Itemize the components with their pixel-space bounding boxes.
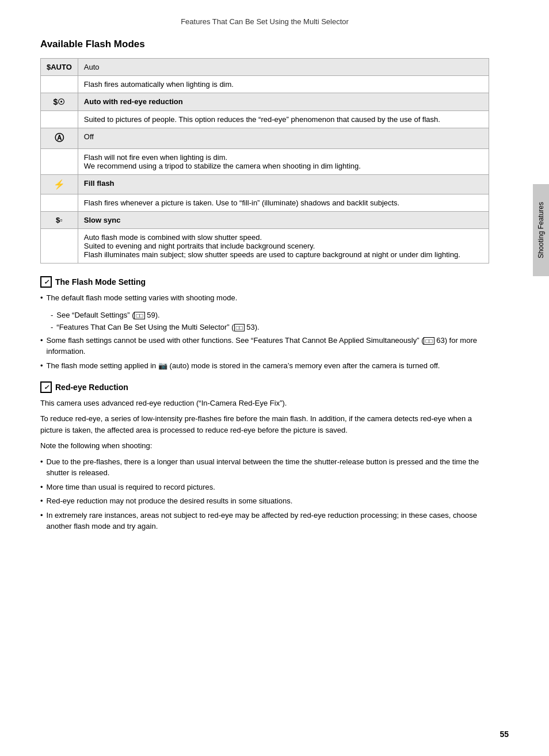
sidebar-label: Shooting Features: [533, 184, 549, 276]
page-header: Features That Can Be Set Using the Multi…: [40, 17, 489, 28]
list-item: - See “Default Settings” (□□ 59).: [51, 310, 489, 321]
header-text: Features That Can Be Set Using the Multi…: [181, 17, 349, 26]
flash-modes-table: $AUTO Auto Flash fires automatically whe…: [40, 58, 489, 264]
bullet-text: In extremely rare instances, areas not s…: [47, 510, 489, 532]
sub-item-text: See “Default Settings” (□□ 59).: [56, 310, 159, 321]
list-item: • In extremely rare instances, areas not…: [40, 510, 489, 532]
page-number: 55: [500, 730, 509, 739]
red-eye-reduction-section: ✓ Red-eye Reduction This camera uses adv…: [40, 381, 489, 532]
bullet-text: The flash mode setting applied in 📷 (aut…: [47, 360, 440, 372]
red-eye-intro1: This camera uses advanced red-eye reduct…: [40, 398, 489, 409]
sub-item-text: “Features That Can Be Set Using the Mult…: [56, 322, 259, 333]
flash-label-redeye: Auto with red-eye reduction: [78, 93, 489, 111]
flash-label-slow: Slow sync: [78, 212, 489, 229]
table-row: Flash fires whenever a picture is taken.…: [41, 194, 489, 212]
flash-mode-heading: ✓ The Flash Mode Setting: [40, 276, 489, 288]
bullet-text: More time than usual is required to reco…: [47, 482, 215, 493]
flash-icon-auto: $AUTO: [41, 59, 78, 76]
bullet-text: Red-eye reduction may not produce the de…: [47, 495, 293, 507]
table-row: $☉ Auto with red-eye reduction: [41, 93, 489, 111]
flash-mode-bullets: • The default flash mode setting varies …: [40, 292, 489, 304]
table-row: $▫ Slow sync: [41, 212, 489, 229]
table-row: ⚡ Fill flash: [41, 175, 489, 194]
flash-mode-setting-section: ✓ The Flash Mode Setting • The default f…: [40, 276, 489, 371]
red-eye-note-label: Note the following when shooting:: [40, 440, 489, 452]
flash-desc-redeye: Suited to pictures of people. This optio…: [78, 111, 489, 128]
flash-mode-sub-list: - See “Default Settings” (□□ 59). - “Fea…: [51, 310, 489, 333]
table-row: Flash fires automatically when lighting …: [41, 76, 489, 93]
red-eye-title: Red-eye Reduction: [55, 383, 128, 392]
section-title: Available Flash Modes: [40, 39, 489, 50]
red-eye-intro2: To reduce red-eye, a series of low-inten…: [40, 413, 489, 436]
page-content: Features That Can Be Set Using the Multi…: [0, 0, 529, 566]
list-item: • The flash mode setting applied in 📷 (a…: [40, 360, 489, 372]
list-item: - “Features That Can Be Set Using the Mu…: [51, 322, 489, 333]
flash-desc-auto: Flash fires automatically when lighting …: [78, 76, 489, 93]
flash-label-off: Off: [78, 128, 489, 149]
table-row: $AUTO Auto: [41, 59, 489, 76]
flash-icon-off: Ⓐ: [41, 128, 78, 149]
note-icon-flash: ✓: [40, 276, 52, 288]
flash-desc-fill: Flash fires whenever a picture is taken.…: [78, 194, 489, 212]
flash-desc-slow: Auto flash mode is combined with slow sh…: [78, 229, 489, 264]
bullet-text: The default flash mode setting varies wi…: [47, 292, 238, 304]
flash-mode-bullets-2: • Some flash settings cannot be used wit…: [40, 335, 489, 372]
bullet-text: Some flash settings cannot be used with …: [47, 335, 489, 357]
list-item: • Due to the pre-flashes, there is a lon…: [40, 456, 489, 479]
list-item: • Red-eye reduction may not produce the …: [40, 495, 489, 507]
red-eye-bullets: • Due to the pre-flashes, there is a lon…: [40, 456, 489, 532]
flash-icon-slow: $▫: [41, 212, 78, 229]
list-item: • More time than usual is required to re…: [40, 482, 489, 493]
sidebar-label-text: Shooting Features: [537, 202, 545, 258]
table-row: Auto flash mode is combined with slow sh…: [41, 229, 489, 264]
flash-mode-title: The Flash Mode Setting: [55, 277, 146, 287]
flash-label-auto: Auto: [78, 59, 489, 76]
list-item: • The default flash mode setting varies …: [40, 292, 489, 304]
table-row: Suited to pictures of people. This optio…: [41, 111, 489, 128]
flash-icon-fill: ⚡: [41, 175, 78, 194]
flash-desc-off: Flash will not fire even when lighting i…: [78, 149, 489, 175]
bullet-text: Due to the pre-flashes, there is a longe…: [47, 456, 489, 479]
note-icon-redeye: ✓: [40, 381, 52, 393]
flash-icon-redeye: $☉: [41, 93, 78, 111]
table-row: Flash will not fire even when lighting i…: [41, 149, 489, 175]
table-row: Ⓐ Off: [41, 128, 489, 149]
list-item: • Some flash settings cannot be used wit…: [40, 335, 489, 357]
red-eye-heading: ✓ Red-eye Reduction: [40, 381, 489, 393]
flash-label-fill: Fill flash: [78, 175, 489, 194]
